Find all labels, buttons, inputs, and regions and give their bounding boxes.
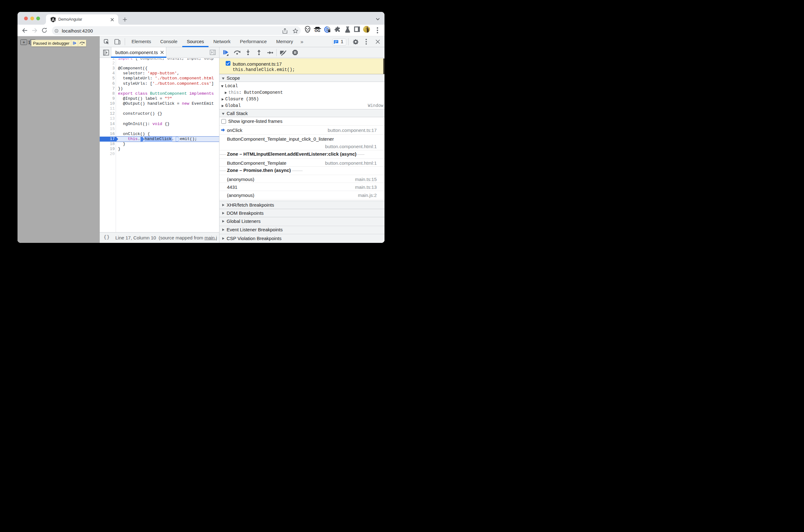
svg-text:OG: OG [314,29,320,33]
